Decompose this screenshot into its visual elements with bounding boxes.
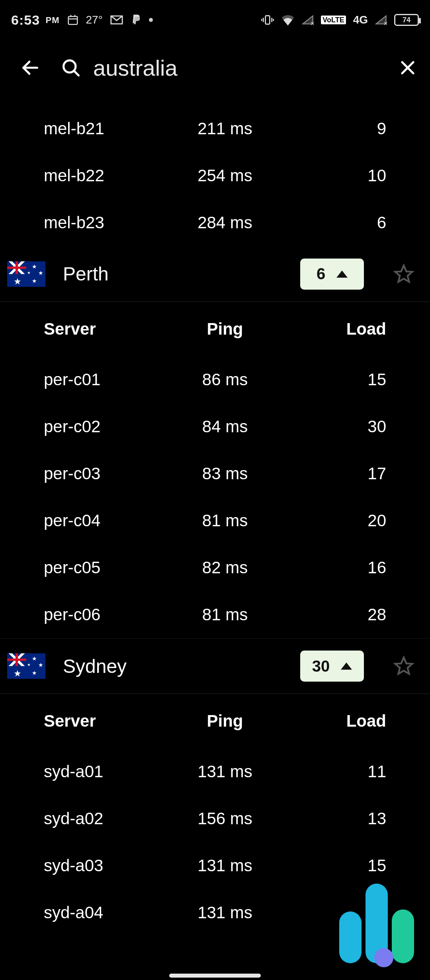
server-load: 16 — [285, 558, 406, 577]
server-row[interactable]: mel-b20 285 ms 9 — [0, 96, 430, 105]
svg-marker-17 — [395, 657, 412, 674]
svg-rect-0 — [68, 16, 77, 24]
star-outline-icon — [393, 264, 414, 284]
network-type: 4G — [353, 14, 368, 26]
volte-badge: VoLTE — [321, 16, 346, 24]
server-list-scroll[interactable]: mel-b20 285 ms 9 mel-b21 211 ms 9 mel-b2… — [0, 96, 430, 968]
server-ping: 84 ms — [164, 417, 285, 436]
server-row[interactable]: per-c06 81 ms 28 — [0, 591, 430, 638]
search-icon — [61, 57, 81, 78]
favorite-button[interactable] — [389, 260, 418, 288]
server-row[interactable]: per-c03 83 ms 17 — [0, 450, 430, 497]
server-load: 28 — [285, 605, 406, 624]
header-ping: Ping — [164, 319, 285, 339]
server-name: per-c05 — [44, 558, 164, 577]
server-ping: 131 ms — [164, 762, 285, 781]
gmail-icon — [110, 15, 123, 25]
server-load: 13 — [285, 809, 406, 828]
server-load: 6 — [285, 903, 406, 922]
server-row[interactable]: syd-a03 131 ms 15 — [0, 842, 430, 889]
status-right: ✕ VoLTE 4G ✕ 74 — [261, 14, 419, 26]
back-button[interactable] — [16, 53, 45, 82]
status-time: 6:53 — [11, 12, 40, 27]
server-row[interactable]: syd-a01 131 ms 11 — [0, 748, 430, 795]
status-temp: 27° — [86, 14, 103, 26]
server-ping: 211 ms — [164, 119, 285, 138]
favorite-button[interactable] — [389, 652, 418, 680]
server-ping: 86 ms — [164, 370, 285, 389]
home-indicator[interactable] — [169, 974, 261, 978]
server-row[interactable]: mel-b22 254 ms 10 — [0, 152, 430, 199]
server-row[interactable]: mel-b21 211 ms 9 — [0, 105, 430, 152]
clear-search-button[interactable] — [393, 53, 422, 82]
server-count-badge[interactable]: 30 — [300, 651, 364, 682]
server-row[interactable]: syd-a02 156 ms 13 — [0, 795, 430, 842]
server-ping: 156 ms — [164, 809, 285, 828]
server-ping: 81 ms — [164, 605, 285, 624]
svg-text:✕: ✕ — [383, 21, 387, 25]
server-name: syd-a01 — [44, 762, 164, 781]
signal-1-icon: ✕ — [302, 15, 314, 25]
server-name: per-c02 — [44, 417, 164, 436]
server-load: 30 — [285, 417, 406, 436]
search-field[interactable] — [61, 55, 377, 81]
server-ping: 82 ms — [164, 558, 285, 577]
server-name: per-c06 — [44, 605, 164, 624]
vibrate-icon — [261, 14, 274, 26]
server-row[interactable]: per-c05 82 ms 16 — [0, 544, 430, 591]
star-outline-icon — [393, 656, 414, 676]
chevron-up-icon — [341, 662, 352, 670]
arrow-left-icon — [20, 57, 41, 78]
server-name: mel-b23 — [44, 213, 164, 232]
server-ping: 131 ms — [164, 903, 285, 922]
server-load: 10 — [285, 166, 406, 185]
search-input[interactable] — [93, 55, 377, 81]
notification-dot-icon — [149, 18, 153, 22]
calendar-icon — [67, 14, 79, 26]
flag-australia-icon: ★★★ ★★ — [7, 653, 45, 679]
header-load: Load — [285, 319, 406, 339]
header-load: Load — [285, 711, 406, 731]
city-header-sydney[interactable]: ★★★ ★★ Sydney 30 — [0, 638, 430, 694]
server-name: per-c04 — [44, 511, 164, 530]
server-row[interactable]: per-c04 81 ms 20 — [0, 497, 430, 544]
server-load: 15 — [285, 856, 406, 875]
battery-text: 74 — [403, 16, 410, 24]
server-count-badge[interactable]: 6 — [300, 259, 364, 290]
server-ping: 83 ms — [164, 464, 285, 483]
server-row[interactable]: syd-a04 131 ms 6 — [0, 889, 430, 936]
svg-rect-4 — [266, 16, 270, 24]
server-count: 30 — [312, 657, 330, 675]
server-row[interactable]: per-c02 84 ms 30 — [0, 403, 430, 450]
server-name: per-c03 — [44, 464, 164, 483]
flag-australia-icon: ★★★ ★★ — [7, 261, 45, 287]
table-header: Server Ping Load — [0, 694, 430, 748]
status-bar: 6:53 PM 27° — [0, 0, 430, 40]
server-ping: 81 ms — [164, 511, 285, 530]
server-row[interactable]: mel-b23 284 ms 6 — [0, 199, 430, 246]
server-count: 6 — [317, 265, 325, 283]
server-load: 15 — [285, 370, 406, 389]
wifi-icon — [281, 14, 295, 25]
svg-line-13 — [74, 71, 79, 76]
server-load: 20 — [285, 511, 406, 530]
server-name: mel-b22 — [44, 166, 164, 185]
chevron-up-icon — [336, 270, 348, 278]
close-icon — [398, 58, 417, 77]
status-clock: 6:53 PM — [11, 12, 60, 28]
signal-2-icon: ✕ — [375, 15, 387, 25]
app-bar — [0, 40, 430, 96]
header-ping: Ping — [164, 711, 285, 731]
server-ping: 254 ms — [164, 166, 285, 185]
svg-text:✕: ✕ — [311, 21, 314, 25]
server-ping: 131 ms — [164, 856, 285, 875]
city-header-perth[interactable]: ★★★ ★★ Perth 6 — [0, 246, 430, 302]
header-server: Server — [44, 319, 164, 339]
paypal-icon — [131, 14, 142, 26]
status-left: 6:53 PM 27° — [11, 12, 153, 28]
server-row[interactable]: per-c01 86 ms 15 — [0, 356, 430, 403]
status-ampm: PM — [46, 15, 60, 25]
city-name: Sydney — [63, 655, 283, 677]
server-name: syd-a04 — [44, 903, 164, 922]
city-name: Perth — [63, 263, 283, 285]
